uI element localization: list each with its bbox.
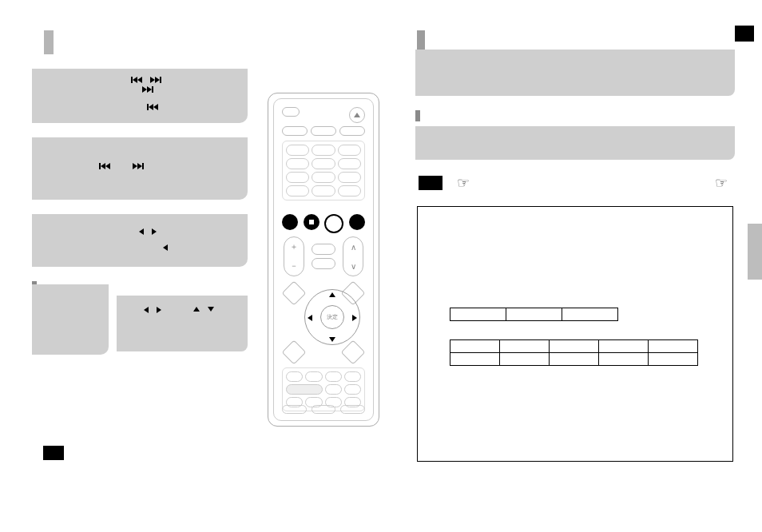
remote-skip-next-button <box>349 214 365 230</box>
remote-corner-button <box>340 339 365 364</box>
remote-button <box>340 405 365 414</box>
remote-corner-button <box>281 339 306 364</box>
dpad-down-icon <box>329 337 335 342</box>
remote-button <box>344 384 361 395</box>
left-column <box>32 24 248 369</box>
remote-stop-button <box>304 214 319 230</box>
remote-corner-button <box>281 280 306 305</box>
remote-key <box>338 158 361 169</box>
remote-button <box>339 126 365 136</box>
remote-button <box>312 258 335 269</box>
remote-button <box>305 371 322 382</box>
remote-inner: ＋－ ∧∨ 決定 <box>273 98 374 421</box>
skip-previous-icon <box>131 77 142 83</box>
table-row <box>450 340 698 353</box>
remote-button <box>282 126 308 136</box>
section-bar <box>415 110 420 121</box>
remote-play-row <box>282 214 365 233</box>
remote-button <box>286 371 303 382</box>
section-box-4a <box>32 284 109 355</box>
remote-dpad: 決定 <box>285 284 362 361</box>
up-arrow-icon <box>193 307 200 312</box>
skip-next-icon <box>150 77 161 83</box>
volume-rocker: ＋－ <box>284 236 304 276</box>
skip-next-icon-row <box>142 86 240 93</box>
black-hand-row: ☞ <box>415 174 735 192</box>
remote-button <box>344 371 361 382</box>
section-4 <box>32 281 248 355</box>
remote-key <box>286 145 309 156</box>
down-arrow-icon <box>208 307 214 312</box>
remote-key <box>286 172 309 183</box>
section-box-3 <box>32 214 248 267</box>
remote-button <box>325 384 342 395</box>
hand-icon: ☞ <box>457 174 470 192</box>
remote-button <box>282 107 300 117</box>
remote-button <box>311 126 336 136</box>
left-arrow-icon <box>163 244 168 251</box>
skip-next-icon <box>133 163 144 169</box>
table-2 <box>450 339 698 366</box>
skip-next-icon <box>142 86 153 93</box>
section-box-2 <box>32 137 248 200</box>
section-2 <box>32 137 248 200</box>
remote-key <box>312 185 335 197</box>
remote-row-2 <box>282 126 365 136</box>
dpad-left-icon <box>308 315 312 321</box>
section-box-4b <box>117 296 248 351</box>
remote-key <box>312 172 335 183</box>
footer-black-box <box>43 446 64 460</box>
remote-key <box>338 172 361 183</box>
remote-key <box>312 145 335 156</box>
skip-icons-row <box>131 77 240 83</box>
dpad-right-icon <box>352 315 357 321</box>
remote-volume-channel: ＋－ ∧∨ <box>284 236 363 276</box>
eject-icon <box>354 113 360 117</box>
left-arrow-icon <box>139 228 144 235</box>
remote-button <box>282 405 307 414</box>
remote-key <box>338 145 361 156</box>
skip-previous-icon <box>99 163 110 169</box>
remote-numpad <box>282 141 365 200</box>
page-edge-tab <box>748 224 762 280</box>
channel-rocker: ∧∨ <box>343 236 363 276</box>
remote-key <box>338 185 361 197</box>
section-box-1 <box>32 69 248 123</box>
page-corner-marker <box>735 26 754 42</box>
right-box-1 <box>415 50 735 96</box>
skip-previous-icon <box>147 104 158 110</box>
table-1 <box>450 308 618 321</box>
left-arrow-icon <box>144 307 149 313</box>
remote-button <box>286 384 323 395</box>
section-3 <box>32 214 248 267</box>
dpad-up-icon <box>329 292 335 297</box>
skip-previous-icon-row <box>147 104 240 110</box>
table-row <box>450 353 698 366</box>
right-column: ☞ <box>415 24 735 192</box>
stop-icon <box>309 220 314 224</box>
remote-top-row <box>282 107 365 123</box>
remote-button <box>312 405 336 414</box>
eject-button <box>349 107 365 123</box>
remote-key <box>286 185 309 197</box>
section-1 <box>32 69 248 123</box>
remote-key <box>286 158 309 169</box>
dpad-ok-button: 決定 <box>320 305 344 329</box>
table-row <box>450 308 618 321</box>
right-box-2 <box>415 126 735 160</box>
hand-icon: ☞ <box>715 174 752 192</box>
right-arrow-icon <box>157 307 161 313</box>
info-panel <box>417 206 733 462</box>
remote-key <box>312 158 335 169</box>
right-arrow-icon <box>152 228 157 235</box>
remote-button <box>312 244 335 255</box>
remote-footer-row <box>282 405 365 414</box>
black-label-box <box>419 176 443 190</box>
remote-control-illustration: ＋－ ∧∨ 決定 <box>268 93 379 427</box>
remote-play-pause-button <box>324 214 343 233</box>
remote-mid-pills <box>312 244 335 269</box>
remote-button <box>325 371 342 382</box>
remote-skip-prev-button <box>282 214 298 230</box>
